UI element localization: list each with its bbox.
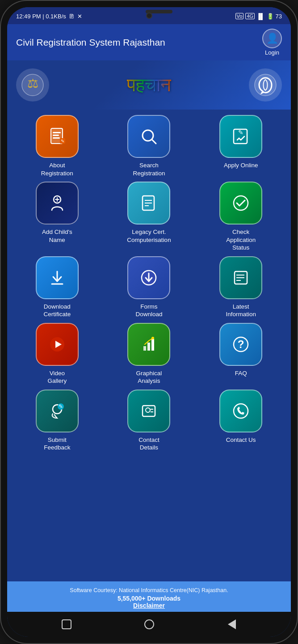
grid-label-apply-online: Apply Online (224, 161, 258, 169)
status-time: 12:49 PM | 0.1KB/s (16, 13, 66, 20)
grid-item-legacy-cert[interactable]: Legacy Cert. Computerisation (105, 182, 193, 252)
grid-icon-forms-download (127, 256, 170, 299)
phone-screen: 12:49 PM | 0.1KB/s 🖹 ✕ Vo 4G ▐▌ 🔋 73 Civ… (7, 7, 291, 637)
grid-item-forms-download[interactable]: Forms Download (105, 256, 193, 318)
svg-text:✎: ✎ (61, 139, 64, 144)
nav-circle-icon (144, 619, 154, 629)
grid-label-contact-details: Contact Details (139, 436, 159, 452)
banner-logo: ⚖ (16, 68, 49, 102)
grid-item-search-registration[interactable]: Search Registration (105, 115, 193, 177)
svg-point-20 (234, 196, 248, 210)
grid-label-check-application-status: Check Application Status (226, 228, 256, 252)
grid-item-faq[interactable]: ?FAQ (197, 323, 285, 385)
grid-label-search-registration: Search Registration (133, 161, 165, 177)
svg-rect-31 (151, 339, 154, 351)
nav-back-button[interactable] (225, 617, 239, 631)
svg-rect-38 (143, 406, 155, 416)
svg-point-39 (146, 408, 150, 412)
battery-level: 73 (276, 13, 282, 20)
grid-icon-check-application-status (219, 182, 262, 225)
banner-right-icon (249, 68, 282, 102)
grid-section: ✎About RegistrationSearch Registration✎A… (7, 110, 291, 581)
grid-icon-legacy-cert (127, 182, 170, 225)
footer-courtesy: Software Courtesy: National Informatics … (14, 586, 284, 595)
grid-label-legacy-cert: Legacy Cert. Computerisation (127, 228, 171, 244)
phone-frame: 12:49 PM | 0.1KB/s 🖹 ✕ Vo 4G ▐▌ 🔋 73 Civ… (0, 0, 298, 644)
app-header: Civil Registration System Rajasthan 👤 Lo… (7, 24, 291, 60)
grid-icon-apply-online: ✎ (219, 115, 262, 158)
nav-circle-button[interactable] (142, 617, 156, 631)
login-icon: 👤 (262, 29, 282, 48)
grid-icon-video-gallery (36, 323, 79, 366)
grid-icon-about-registration: ✎ (36, 115, 79, 158)
grid-icon-add-childs-name (36, 182, 79, 225)
grid-label-forms-download: Forms Download (135, 303, 162, 318)
grid-item-contact-us[interactable]: Contact Us (197, 390, 285, 452)
grid-label-video-gallery: Video Gallery (47, 369, 67, 385)
status-icon-msg: 🖹 (69, 13, 75, 20)
app-title: Civil Registration System Rajasthan (16, 37, 262, 48)
login-button[interactable]: 👤 Login (262, 29, 282, 56)
svg-rect-6 (53, 137, 60, 139)
banner-center: पहचान (49, 74, 249, 96)
grid-item-contact-details[interactable]: Contact Details (105, 390, 193, 452)
grid-label-graphical-analysis: Graphical Analysis (136, 369, 162, 385)
nav-back-icon (228, 619, 236, 629)
grid-label-submit-feedback: Submit Feedback (44, 436, 70, 452)
nav-bar (7, 612, 291, 637)
svg-text:✎: ✎ (238, 129, 243, 136)
svg-rect-30 (147, 343, 150, 351)
grid-label-about-registration: About Registration (41, 161, 73, 177)
grid-item-video-gallery[interactable]: Video Gallery (13, 323, 101, 385)
svg-rect-5 (53, 135, 59, 136)
svg-rect-29 (143, 346, 146, 351)
grid-label-contact-us: Contact Us (226, 436, 256, 444)
grid-icon-graphical-analysis (127, 323, 170, 366)
svg-text:⚖: ⚖ (27, 76, 38, 90)
status-icon-x: ✕ (77, 13, 82, 20)
footer: Software Courtesy: National Informatics … (7, 581, 291, 612)
phone-camera (146, 13, 152, 19)
grid-item-add-childs-name[interactable]: Add Child's Name (13, 182, 101, 252)
status-right: Vo 4G ▐▌ 🔋 73 (235, 13, 282, 20)
footer-downloads: 5,55,000+ Downloads (14, 595, 284, 602)
battery-icon: 🔋 (267, 13, 274, 20)
grid-label-download-certificate: Download Certificate (43, 303, 71, 318)
login-label: Login (265, 49, 279, 56)
grid-icon-search-registration (127, 115, 170, 158)
footer-disclaimer[interactable]: Disclaimer (14, 602, 284, 609)
banner-hindi-text: पहचान (127, 74, 171, 96)
nav-home-button[interactable] (59, 617, 74, 631)
grid-item-check-application-status[interactable]: Check Application Status (197, 182, 285, 252)
grid-item-latest-information[interactable]: Latest Information (197, 256, 285, 318)
svg-point-32 (151, 337, 154, 339)
grid-icon-download-certificate (36, 256, 79, 299)
grid-icon-contact-us (219, 390, 262, 432)
grid-item-download-certificate[interactable]: Download Certificate (13, 256, 101, 318)
svg-text:?: ? (238, 338, 244, 350)
status-left: 12:49 PM | 0.1KB/s 🖹 ✕ (16, 13, 82, 20)
grid-icon-latest-information (219, 256, 262, 299)
svg-point-42 (234, 404, 248, 418)
grid-icon-submit-feedback: ✎ (36, 390, 79, 432)
banner: ⚖ पहचान (7, 60, 291, 110)
grid-label-faq: FAQ (235, 369, 247, 377)
main-grid: ✎About RegistrationSearch Registration✎A… (13, 115, 285, 452)
svg-rect-4 (53, 132, 61, 133)
grid-item-apply-online[interactable]: ✎Apply Online (197, 115, 285, 177)
grid-label-latest-information: Latest Information (226, 303, 256, 318)
grid-item-graphical-analysis[interactable]: Graphical Analysis (105, 323, 193, 385)
signal-icon: ▐▌ (256, 13, 264, 20)
svg-text:✎: ✎ (59, 403, 63, 410)
svg-line-10 (152, 140, 156, 144)
volte-icon: Vo (235, 13, 244, 19)
grid-item-submit-feedback[interactable]: ✎Submit Feedback (13, 390, 101, 452)
nav-home-icon (62, 619, 71, 629)
network-type: 4G (245, 13, 255, 19)
grid-item-about-registration[interactable]: ✎About Registration (13, 115, 101, 177)
grid-icon-contact-details (127, 390, 170, 432)
grid-label-add-childs-name: Add Child's Name (42, 228, 72, 244)
grid-icon-faq: ? (219, 323, 262, 366)
